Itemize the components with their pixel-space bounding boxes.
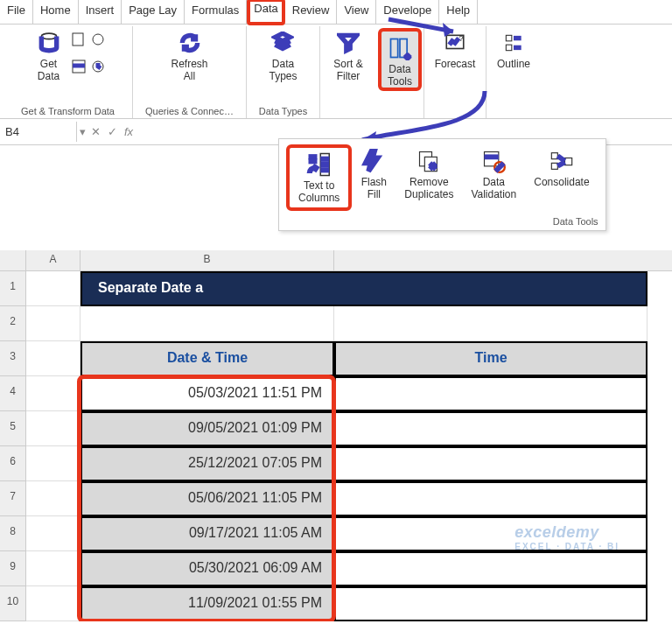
table-row: 1 Separate Date a bbox=[0, 271, 672, 306]
title-cell[interactable]: Separate Date a bbox=[80, 271, 648, 306]
svg-rect-6 bbox=[391, 39, 398, 58]
get-data-button[interactable]: Get Data bbox=[31, 26, 67, 82]
data-validation-icon bbox=[480, 148, 507, 174]
row-header[interactable]: 9 bbox=[0, 551, 26, 586]
time-cell[interactable] bbox=[334, 446, 648, 481]
row-header[interactable]: 4 bbox=[0, 376, 26, 411]
sort-filter-button[interactable]: Sort & Filter bbox=[328, 26, 368, 82]
row-header[interactable]: 8 bbox=[0, 516, 26, 551]
col-header-b[interactable]: B bbox=[80, 250, 334, 270]
row-header[interactable]: 5 bbox=[0, 411, 26, 446]
remove-duplicates-button[interactable]: Remove Duplicates bbox=[396, 144, 462, 211]
data-tools-popout: Text to Columns Flash Fill Remove Duplic… bbox=[278, 138, 606, 231]
datetime-cell[interactable]: 11/09/2021 01:55 PM bbox=[80, 586, 334, 621]
cell[interactable] bbox=[26, 271, 80, 306]
row-header[interactable]: 2 bbox=[0, 306, 26, 341]
from-table-icon[interactable] bbox=[71, 59, 87, 74]
cell[interactable] bbox=[26, 446, 80, 481]
datetime-cell[interactable]: 05/06/2021 11:05 PM bbox=[80, 481, 334, 516]
time-cell[interactable] bbox=[334, 481, 648, 516]
cell[interactable] bbox=[80, 306, 334, 341]
menu-view[interactable]: View bbox=[337, 0, 376, 24]
consolidate-icon bbox=[549, 148, 575, 174]
refresh-all-button[interactable]: Refresh All bbox=[165, 26, 213, 82]
data-tools-button[interactable]: Data Tools bbox=[378, 28, 422, 91]
row-header[interactable]: 7 bbox=[0, 481, 26, 516]
datetime-cell[interactable]: 05/30/2021 06:09 AM bbox=[80, 551, 334, 586]
text-to-columns-label: Text to Columns bbox=[298, 179, 340, 204]
cell[interactable] bbox=[26, 481, 80, 516]
flash-fill-label: Flash Fill bbox=[361, 176, 387, 200]
consolidate-button[interactable]: Consolidate bbox=[525, 144, 598, 211]
svg-text:?: ? bbox=[458, 33, 464, 43]
cell[interactable] bbox=[26, 586, 80, 621]
watermark: exceldemy EXCEL · DATA · BI bbox=[514, 523, 620, 551]
datetime-cell[interactable]: 09/17/2021 11:05 AM bbox=[80, 516, 334, 551]
row-header[interactable]: 3 bbox=[0, 341, 26, 376]
text-to-columns-button[interactable]: Text to Columns bbox=[286, 144, 352, 211]
menu-data[interactable]: Data bbox=[247, 0, 284, 25]
time-cell[interactable] bbox=[334, 411, 648, 446]
datetime-cell[interactable]: 09/05/2021 01:09 PM bbox=[80, 411, 334, 446]
cell[interactable] bbox=[334, 306, 648, 341]
header-date-time[interactable]: Date & Time bbox=[80, 341, 334, 376]
svg-line-34 bbox=[557, 162, 564, 166]
menu-page-layout[interactable]: Page Lay bbox=[122, 0, 185, 24]
menu-insert[interactable]: Insert bbox=[79, 0, 122, 24]
select-all-corner[interactable] bbox=[0, 250, 26, 270]
cell[interactable] bbox=[26, 306, 80, 341]
name-box[interactable]: B4 bbox=[0, 122, 77, 142]
recent-sources-icon[interactable] bbox=[90, 59, 106, 74]
flash-fill-icon bbox=[360, 148, 387, 174]
col-header-a[interactable]: A bbox=[26, 250, 80, 270]
from-web-icon[interactable] bbox=[90, 32, 106, 47]
svg-line-9 bbox=[405, 54, 410, 60]
cancel-icon[interactable]: ✕ bbox=[88, 125, 104, 138]
consolidate-label: Consolidate bbox=[534, 176, 589, 188]
time-cell[interactable] bbox=[334, 376, 648, 411]
fx-icon[interactable]: fx bbox=[121, 125, 136, 138]
enter-icon[interactable]: ✓ bbox=[104, 125, 121, 138]
header-time[interactable]: Time bbox=[334, 341, 648, 376]
row-header[interactable]: 1 bbox=[0, 271, 26, 306]
data-types-label: Data Types bbox=[269, 58, 297, 82]
outline-button[interactable]: Outline bbox=[492, 26, 536, 70]
time-cell[interactable] bbox=[334, 586, 648, 621]
row-header[interactable]: 6 bbox=[0, 446, 26, 481]
table-row: 9 05/30/2021 06:09 AM bbox=[0, 551, 672, 586]
menu-home[interactable]: Home bbox=[33, 0, 79, 24]
text-to-columns-icon bbox=[306, 151, 332, 178]
menu-file[interactable]: File bbox=[0, 0, 33, 24]
cell[interactable] bbox=[26, 516, 80, 551]
table-row: 10 11/09/2021 01:55 PM bbox=[0, 586, 672, 621]
table-row: 7 05/06/2021 11:05 PM bbox=[0, 481, 672, 516]
menu-review[interactable]: Review bbox=[285, 0, 338, 24]
ribbon-group-sortfilter: Sort & Filter bbox=[320, 26, 376, 118]
forecast-button[interactable]: ? Forecast bbox=[430, 26, 481, 70]
datetime-cell[interactable]: 05/03/2021 11:51 PM bbox=[80, 376, 334, 411]
from-text-icon[interactable] bbox=[71, 32, 87, 47]
cell[interactable] bbox=[26, 411, 80, 446]
table-row: 4 05/03/2021 11:51 PM bbox=[0, 376, 672, 411]
data-validation-button[interactable]: Data Validation bbox=[462, 144, 525, 211]
menu-developer[interactable]: Develope bbox=[376, 0, 439, 24]
data-tools-icon bbox=[387, 35, 413, 61]
svg-rect-1 bbox=[73, 33, 83, 46]
remove-duplicates-label: Remove Duplicates bbox=[404, 176, 453, 200]
refresh-all-label: Refresh All bbox=[171, 58, 207, 82]
funnel-icon bbox=[335, 30, 361, 56]
menu-help[interactable]: Help bbox=[439, 0, 478, 24]
flash-fill-button[interactable]: Flash Fill bbox=[352, 144, 396, 211]
subribbon-group-label: Data Tools bbox=[553, 216, 598, 227]
refresh-icon bbox=[177, 30, 203, 56]
datetime-cell[interactable]: 25/12/2021 07:05 PM bbox=[80, 446, 334, 481]
watermark-tag: EXCEL · DATA · BI bbox=[514, 542, 620, 551]
time-cell[interactable] bbox=[334, 551, 648, 586]
data-types-button[interactable]: Data Types bbox=[263, 26, 302, 82]
name-box-dropdown-icon[interactable]: ▾ bbox=[77, 125, 88, 138]
menu-formulas[interactable]: Formulas bbox=[185, 0, 247, 24]
cell[interactable] bbox=[26, 551, 80, 586]
cell[interactable] bbox=[26, 376, 80, 411]
row-header[interactable]: 10 bbox=[0, 586, 26, 621]
cell[interactable] bbox=[26, 341, 80, 376]
